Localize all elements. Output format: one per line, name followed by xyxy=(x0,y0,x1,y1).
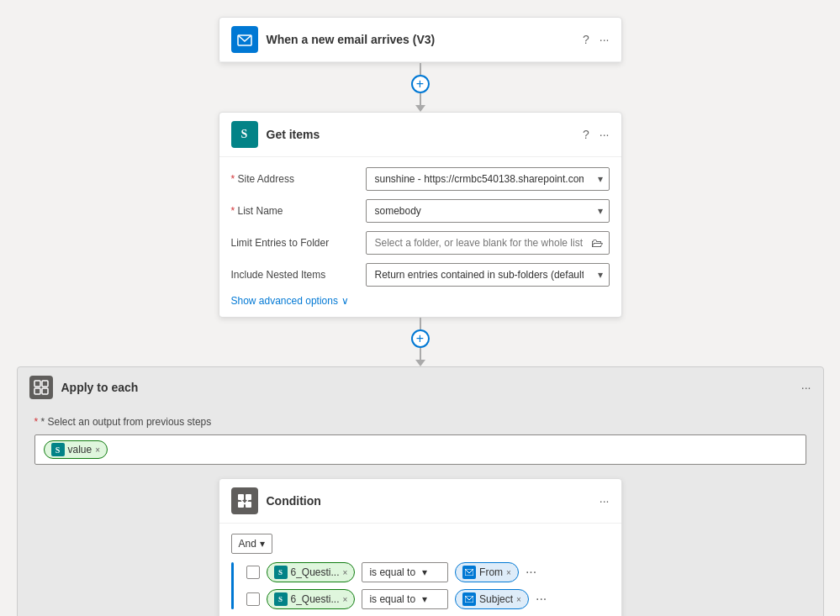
get-items-body: * Site Address sunshine - https://crmbc5… xyxy=(219,157,621,317)
include-nested-label: Include Nested Items xyxy=(231,269,357,281)
select-output-label: * * Select an output from previous steps xyxy=(34,416,806,428)
token-1b-label: From xyxy=(479,566,503,578)
list-name-row: * List Name somebody ▾ xyxy=(231,199,610,223)
left-blue-bar xyxy=(231,562,234,609)
trigger-actions: ? ··· xyxy=(583,33,609,46)
and-label: And xyxy=(239,538,256,550)
svg-rect-4 xyxy=(42,388,48,394)
list-name-input: somebody ▾ xyxy=(366,199,610,223)
trigger-more-icon[interactable]: ··· xyxy=(600,33,610,46)
apply-each-title: Apply to each xyxy=(61,381,793,394)
and-dropdown[interactable]: And ▾ xyxy=(231,534,272,554)
condition-token-1b[interactable]: From × xyxy=(455,562,519,582)
site-address-select[interactable]: sunshine - https://crmbc540138.sharepoin… xyxy=(366,167,610,191)
token-1b-icon xyxy=(462,566,476,579)
apply-each-body: * * Select an output from previous steps… xyxy=(18,408,823,616)
token-2a-label: 6_Questi... xyxy=(291,593,340,605)
operator-dropdown-1[interactable]: is equal to ▾ xyxy=(362,562,448,582)
value-token-label: value xyxy=(68,444,92,455)
trigger-card: When a new email arrives (V3) ? ··· xyxy=(219,17,622,63)
and-chevron: ▾ xyxy=(260,538,265,550)
get-items-header[interactable]: S Get items ? ··· xyxy=(219,113,621,157)
arrow-1 xyxy=(415,105,425,112)
limit-entries-input: 🗁 xyxy=(366,231,610,255)
condition-body: And ▾ S 6_Questi... xyxy=(219,524,621,616)
row-2-more-icon[interactable]: ··· xyxy=(536,592,547,607)
apply-each-more-icon[interactable]: ··· xyxy=(801,381,811,394)
condition-icon-svg xyxy=(236,492,253,509)
condition-header[interactable]: Condition ··· xyxy=(219,479,621,524)
row-1-more-icon[interactable]: ··· xyxy=(526,565,536,580)
condition-checkbox-2[interactable] xyxy=(246,592,260,606)
svg-rect-6 xyxy=(246,494,251,500)
email-mini-icon xyxy=(465,569,473,576)
apply-each-container: Apply to each ··· * * Select an output f… xyxy=(17,366,824,616)
site-address-input: sunshine - https://crmbc540138.sharepoin… xyxy=(366,167,610,191)
apply-each-header[interactable]: Apply to each ··· xyxy=(18,367,823,408)
condition-token-2b[interactable]: Subject × xyxy=(455,589,529,609)
token-2a-close[interactable]: × xyxy=(343,595,348,604)
show-advanced-label: Show advanced options xyxy=(231,295,338,307)
limit-entries-row: Limit Entries to Folder 🗁 xyxy=(231,231,610,255)
folder-icon: 🗁 xyxy=(591,236,603,250)
value-token: S value × xyxy=(44,440,108,459)
operator-dropdown-2[interactable]: is equal to ▾ xyxy=(362,589,448,609)
token-s-letter: S xyxy=(55,445,61,455)
show-advanced-chevron: ∨ xyxy=(341,295,349,307)
condition-checkbox-1[interactable] xyxy=(246,566,260,579)
line-1 xyxy=(420,63,421,75)
trigger-card-header[interactable]: When a new email arrives (V3) ? ··· xyxy=(219,18,621,62)
get-items-help-icon[interactable]: ? xyxy=(583,128,589,141)
add-step-2[interactable]: + xyxy=(411,329,430,348)
token-input-area[interactable]: S value × xyxy=(34,434,806,465)
operator-label-1: is equal to xyxy=(369,566,415,578)
trigger-help-icon[interactable]: ? xyxy=(583,33,589,46)
get-items-title: Get items xyxy=(267,128,575,141)
get-items-more-icon[interactable]: ··· xyxy=(600,128,610,141)
op-chevron-1: ▾ xyxy=(422,566,427,578)
svg-rect-1 xyxy=(34,381,40,387)
email-mini-icon-2 xyxy=(465,596,473,603)
list-name-select-wrapper: somebody ▾ xyxy=(366,199,610,223)
token-2a-icon: S xyxy=(274,592,288,606)
condition-icon xyxy=(231,487,258,514)
sharepoint-s-letter: S xyxy=(241,128,248,141)
svg-rect-3 xyxy=(34,388,40,394)
condition-token-2a[interactable]: S 6_Questi... × xyxy=(267,589,356,609)
show-advanced-button[interactable]: Show advanced options ∨ xyxy=(231,295,610,307)
include-nested-select[interactable]: Return entries contained in sub-folders … xyxy=(366,263,610,287)
connector-1: + xyxy=(411,63,430,112)
token-1b-close[interactable]: × xyxy=(506,568,511,577)
line-2 xyxy=(420,93,421,105)
include-nested-input: Return entries contained in sub-folders … xyxy=(366,263,610,287)
limit-entries-field[interactable] xyxy=(366,231,610,255)
operator-label-2: is equal to xyxy=(369,593,415,605)
svg-rect-2 xyxy=(42,381,48,387)
condition-row-1: S 6_Questi... × is equal to ▾ xyxy=(235,562,610,582)
token-1a-label: 6_Questi... xyxy=(291,566,340,578)
condition-row-2: S 6_Questi... × is equal to ▾ xyxy=(235,589,610,609)
connector-2: + xyxy=(411,318,430,366)
op-chevron-2: ▾ xyxy=(422,593,427,605)
token-2b-close[interactable]: × xyxy=(516,595,521,604)
token-1a-icon: S xyxy=(274,566,288,579)
include-nested-select-wrapper: Return entries contained in sub-folders … xyxy=(366,263,610,287)
svg-rect-5 xyxy=(238,494,244,500)
apply-each-icon xyxy=(29,376,53,399)
condition-more-icon[interactable]: ··· xyxy=(600,494,610,508)
value-token-close[interactable]: × xyxy=(95,445,100,455)
condition-token-1a[interactable]: S 6_Questi... × xyxy=(267,562,356,582)
get-items-card: S Get items ? ··· * Site Address sunshin… xyxy=(219,112,622,318)
token-2b-label: Subject xyxy=(479,593,513,605)
arrow-2 xyxy=(415,360,425,366)
list-name-label: * List Name xyxy=(231,205,357,217)
condition-title: Condition xyxy=(267,494,591,508)
add-step-1[interactable]: + xyxy=(411,75,430,93)
token-1a-close[interactable]: × xyxy=(343,568,348,577)
condition-rows-wrapper: S 6_Questi... × is equal to ▾ xyxy=(231,562,610,609)
token-2b-icon xyxy=(462,592,476,606)
list-name-select[interactable]: somebody xyxy=(366,199,610,223)
site-address-label: * Site Address xyxy=(231,173,357,185)
trigger-title: When a new email arrives (V3) xyxy=(267,33,575,46)
limit-entries-label: Limit Entries to Folder xyxy=(231,237,357,249)
